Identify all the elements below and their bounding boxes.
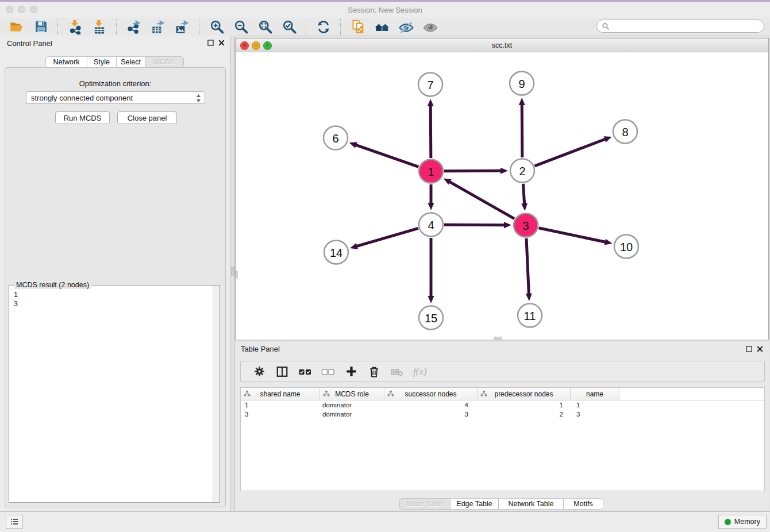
tab-node-table[interactable]: Node Table — [399, 498, 451, 510]
graph-node-3[interactable]: 3 — [514, 214, 538, 237]
criterion-dropdown[interactable]: strongly connected component — [26, 91, 205, 104]
network-maximize-icon[interactable]: + — [263, 41, 272, 50]
cell-name[interactable]: 1 — [571, 402, 619, 408]
cell-successor-nodes[interactable]: 4 — [384, 402, 478, 408]
show-details-eye-icon[interactable] — [422, 18, 439, 36]
hide-details-eye-icon[interactable] — [398, 18, 415, 36]
graph-edge-2-8[interactable] — [535, 139, 606, 166]
float-panel-icon[interactable] — [207, 40, 214, 46]
open-session-icon[interactable] — [8, 18, 25, 36]
window-controls[interactable] — [6, 6, 37, 13]
graph-node-8[interactable]: 8 — [613, 120, 637, 144]
cell-name[interactable]: 3 — [571, 411, 619, 418]
save-session-icon[interactable] — [32, 18, 49, 36]
deselect-all-columns-icon[interactable] — [319, 363, 337, 380]
network-close-icon[interactable]: ✕ — [240, 41, 249, 50]
canvas-left-nub[interactable] — [236, 271, 238, 279]
column-header-mcds-role[interactable]: MCDS role — [320, 388, 384, 400]
cell-mcds-role[interactable]: dominator — [320, 411, 384, 418]
toggle-panel-columns-icon[interactable] — [274, 363, 291, 380]
cell-successor-nodes[interactable]: 3 — [384, 411, 478, 418]
close-panel-button[interactable]: Close panel — [117, 111, 177, 124]
graph-edge-2-9[interactable] — [522, 104, 522, 157]
task-history-button[interactable] — [6, 515, 23, 529]
panel-splitter[interactable] — [230, 36, 235, 512]
splitter-handle[interactable] — [231, 267, 234, 276]
graph-node-9[interactable]: 9 — [510, 72, 534, 95]
cell-mcds-role[interactable]: dominator — [320, 402, 384, 408]
graph-edge-1-2[interactable] — [444, 171, 502, 171]
zoom-in-icon[interactable] — [208, 18, 225, 36]
float-table-panel-icon[interactable] — [746, 346, 752, 352]
tab-select[interactable]: Select — [116, 56, 145, 68]
tab-style[interactable]: Style — [87, 56, 117, 68]
create-column-plus-icon[interactable] — [342, 363, 360, 380]
zoom-selected-icon[interactable] — [280, 18, 298, 36]
first-neighbors-icon[interactable] — [349, 18, 367, 36]
function-builder-fx-icon[interactable]: f(x) — [413, 366, 427, 377]
mcds-result-text[interactable]: 1 3 — [9, 287, 213, 502]
graph-edge-3-1[interactable] — [449, 182, 514, 219]
tab-motifs[interactable]: Motifs — [563, 498, 603, 510]
graph-edge-4-14[interactable] — [356, 228, 418, 246]
zoom-fit-icon[interactable] — [256, 18, 274, 36]
export-network-icon[interactable] — [125, 18, 143, 36]
export-table-icon[interactable] — [149, 18, 167, 36]
tab-edge-table[interactable]: Edge Table — [450, 498, 499, 510]
table-settings-gear-icon[interactable] — [251, 363, 268, 380]
network-graph[interactable]: 7968124314101511 — [236, 52, 768, 340]
tab-network[interactable]: Network — [45, 56, 87, 68]
zoom-window-button[interactable] — [30, 6, 37, 13]
cell-shared-name[interactable]: 1 — [241, 402, 320, 408]
graph-node-7[interactable]: 7 — [418, 73, 442, 97]
search-input[interactable] — [610, 22, 756, 31]
import-table-icon[interactable] — [91, 18, 108, 36]
search-box[interactable] — [596, 20, 764, 33]
close-table-panel-icon[interactable] — [757, 346, 763, 352]
cell-predecessor-nodes[interactable]: 2 — [478, 411, 571, 418]
select-all-columns-icon[interactable] — [297, 363, 314, 380]
graph-node-14[interactable]: 14 — [324, 241, 348, 264]
home-views-icon[interactable] — [374, 18, 391, 36]
cell-shared-name[interactable]: 3 — [241, 411, 320, 418]
graph-node-2[interactable]: 2 — [510, 159, 534, 183]
graph-node-1[interactable]: 1 — [419, 160, 443, 183]
canvas-bottom-nub[interactable] — [494, 337, 502, 340]
close-window-button[interactable] — [6, 6, 13, 13]
graph-edge-4-3[interactable] — [444, 225, 505, 225]
export-image-icon[interactable] — [174, 18, 191, 36]
zoom-out-icon[interactable] — [232, 18, 249, 36]
column-header-predecessor-nodes[interactable]: predecessor nodes — [478, 388, 571, 400]
graph-edge-3-10[interactable] — [539, 228, 606, 242]
network-canvas[interactable]: 7968124314101511 — [236, 52, 768, 340]
graph-node-11[interactable]: 11 — [518, 304, 542, 327]
cell-predecessor-nodes[interactable]: 1 — [478, 402, 571, 408]
graph-edge-2-3[interactable] — [523, 184, 524, 205]
column-header-successor-nodes[interactable]: successor nodes — [384, 388, 478, 400]
graph-node-15[interactable]: 15 — [419, 306, 443, 330]
delete-table-icon[interactable] — [388, 363, 406, 380]
tab-network-table[interactable]: Network Table — [498, 498, 564, 510]
table-row[interactable]: 1 dominator 4 1 1 — [241, 400, 764, 410]
memory-button[interactable]: Memory — [718, 515, 767, 529]
import-network-icon[interactable] — [67, 18, 84, 36]
graph-node-6[interactable]: 6 — [324, 126, 348, 150]
close-panel-icon[interactable] — [218, 40, 225, 46]
minimize-window-button[interactable] — [18, 6, 25, 13]
network-minimize-icon[interactable]: − — [252, 41, 260, 50]
result-scrollbar[interactable] — [213, 286, 220, 502]
column-header-shared-name[interactable]: shared name — [241, 388, 320, 400]
table-row[interactable]: 3 dominator 3 2 3 — [241, 410, 764, 419]
graph-edge-1-6[interactable] — [355, 145, 418, 167]
graph-node-10[interactable]: 10 — [614, 235, 638, 259]
graph-node-4[interactable]: 4 — [419, 213, 443, 237]
run-mcds-button[interactable]: Run MCDS — [55, 111, 110, 124]
node-table[interactable]: shared name MCDS role successor nodes pr… — [240, 387, 765, 491]
network-window-titlebar[interactable]: ✕ − + scc.txt — [236, 38, 768, 52]
column-header-name[interactable]: name — [571, 388, 619, 400]
graph-edge-1-7[interactable] — [430, 105, 431, 158]
refresh-layout-icon[interactable] — [315, 18, 332, 36]
graph-edge-3-11[interactable] — [526, 238, 529, 295]
tab-mcds[interactable]: MCDS — [145, 56, 184, 68]
delete-column-trash-icon[interactable] — [365, 363, 383, 380]
